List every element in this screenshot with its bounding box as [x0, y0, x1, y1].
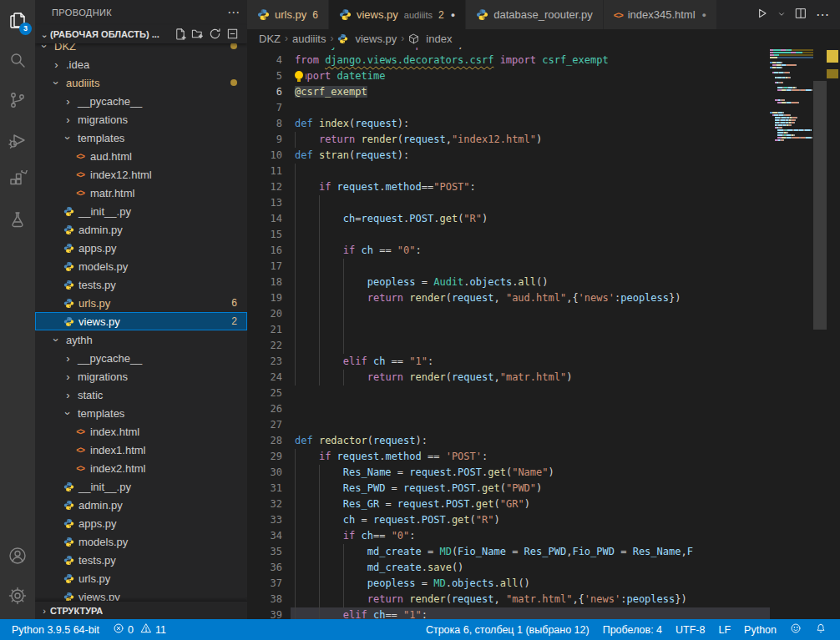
token: (	[446, 292, 452, 304]
tree-item-__pycache__[interactable]: ›__pycache__	[35, 349, 247, 367]
code-line-37: peopless = MD.objects.all()	[247, 576, 770, 592]
token	[295, 498, 343, 510]
status-encoding[interactable]: UTF-8	[669, 624, 711, 636]
tree-item-__pycache__[interactable]: ›__pycache__	[35, 92, 247, 110]
status-python-interpreter[interactable]: Python 3.9.5 64-bit	[5, 624, 106, 636]
token: ==	[385, 609, 403, 619]
token: (	[446, 371, 452, 383]
tree-item-index.html[interactable]: <>index.html	[35, 422, 247, 441]
activity-bar-item-extensions[interactable]	[0, 160, 35, 200]
activity-bar-item-account[interactable]	[0, 536, 35, 576]
tree-item-aythh[interactable]: ›aythh	[35, 330, 247, 349]
python-file-icon	[62, 481, 75, 492]
code-line-23: elif ch == "1":	[247, 354, 770, 370]
minimap-line	[770, 107, 813, 108]
tree-item-aud.html[interactable]: <>aud.html	[35, 147, 247, 165]
tree-item-index1.html[interactable]: <>index1.html	[35, 441, 247, 459]
token: "1"	[403, 609, 422, 619]
breadcrumb-item-audiiits[interactable]: audiiits	[292, 33, 326, 45]
tree-item-label: templates	[78, 132, 124, 144]
token: from	[295, 54, 325, 66]
run-icon[interactable]	[756, 7, 769, 23]
refresh-icon[interactable]	[209, 28, 221, 42]
tree-item-tests.py[interactable]: tests.py	[35, 551, 247, 569]
code-line-7	[247, 100, 770, 116]
collapse-all-icon[interactable]	[226, 28, 239, 42]
tree-item-views.py[interactable]: views.py2	[35, 312, 247, 330]
chevron-down-icon[interactable]	[777, 8, 786, 21]
status-indentation[interactable]: Пробелов: 4	[596, 624, 669, 636]
token: (	[493, 498, 499, 510]
activity-bar-item-explorer[interactable]: 3	[0, 0, 35, 40]
token: ,	[493, 593, 505, 605]
dirty-indicator-icon[interactable]: ●	[451, 11, 455, 19]
token	[295, 451, 319, 462]
code-text: Res_PWD = request.POST.get("PWD")	[295, 481, 542, 496]
status-eol[interactable]: LF	[711, 624, 737, 636]
activity-bar-item-settings-gear[interactable]	[0, 576, 35, 616]
tree-item-index12.html[interactable]: <>index12.html	[35, 165, 247, 184]
activity-bar-item-run-debug[interactable]	[0, 120, 35, 160]
tree-item-__init__.py[interactable]: __init__.py	[35, 202, 247, 220]
minimap-line	[770, 67, 813, 68]
scrollbar-thumb[interactable]	[813, 81, 827, 330]
more-actions-icon[interactable]: ⋯	[816, 7, 830, 23]
tab-database_roouter.py[interactable]: database_roouter.py	[466, 0, 604, 29]
tree-item-index2.html[interactable]: <>index2.html	[35, 459, 247, 477]
tree-item-models.py[interactable]: models.py	[35, 532, 247, 551]
activity-bar-item-search[interactable]	[0, 40, 35, 80]
tree-item-.idea[interactable]: ›.idea	[35, 55, 247, 73]
tree-item-migrations[interactable]: ›migrations	[35, 110, 247, 129]
tree-item-static[interactable]: ›static	[35, 386, 247, 404]
code-line-39: elif ch== "1":	[247, 607, 770, 619]
token	[295, 577, 367, 589]
tree-item-templates[interactable]: ›templates	[35, 404, 247, 422]
token: ch	[343, 213, 355, 224]
code-line-34: if ch== "0":	[247, 528, 770, 544]
token: return	[367, 292, 410, 304]
tree-item-admin.py[interactable]: admin.py	[35, 220, 247, 239]
workspace-section-header[interactable]: ⌄ (РАБОЧАЯ ОБЛАСТЬ) ...	[35, 25, 247, 43]
tree-item-models.py[interactable]: models.py	[35, 257, 247, 275]
tree-item-audiiits[interactable]: ›audiiits	[35, 73, 247, 92]
breadcrumb-item-index[interactable]: index	[408, 33, 452, 45]
tree-item-urls.py[interactable]: urls.py	[35, 569, 247, 587]
activity-bar-item-testing[interactable]	[0, 200, 35, 240]
status-cursor-position[interactable]: Строка 6, столбец 1 (выбрано 12)	[419, 624, 596, 636]
breadcrumb-item-DKZ[interactable]: DKZ	[259, 33, 281, 45]
token: Fio_PWD	[572, 546, 615, 557]
tree-item-tests.py[interactable]: tests.py	[35, 275, 247, 294]
code-editor[interactable]: 3from aythh.models import MD,Audit4from …	[247, 48, 840, 619]
tree-item-templates[interactable]: ›templates	[35, 129, 247, 147]
lightbulb-icon[interactable]	[293, 69, 306, 83]
outline-label: СТРУКТУРА	[50, 606, 103, 616]
new-folder-icon[interactable]	[191, 28, 204, 42]
status-notifications-bell-icon[interactable]	[808, 622, 833, 637]
tree-item-__init__.py[interactable]: __init__.py	[35, 477, 247, 496]
tab-views.py[interactable]: views.pyaudiiits2●	[329, 0, 466, 29]
status-feedback-icon[interactable]	[783, 622, 808, 637]
status-problems[interactable]: 011	[106, 622, 173, 637]
minimap[interactable]	[770, 48, 813, 619]
new-file-icon[interactable]	[174, 28, 186, 42]
tab-index345.html[interactable]: <>index345.html●	[604, 0, 717, 29]
token: )	[549, 466, 554, 478]
tree-item-urls.py[interactable]: urls.py6	[35, 294, 247, 312]
activity-bar-item-source-control[interactable]	[0, 80, 35, 120]
tree-item-apps.py[interactable]: apps.py	[35, 514, 247, 532]
tree-item-label: matr.html	[90, 187, 134, 199]
dirty-indicator-icon[interactable]: ●	[702, 11, 706, 19]
token: :	[470, 181, 476, 193]
tree-item-admin.py[interactable]: admin.py	[35, 496, 247, 514]
tab-urls.py[interactable]: urls.py6	[247, 0, 329, 29]
split-editor-icon[interactable]	[794, 7, 807, 23]
tree-item-apps.py[interactable]: apps.py	[35, 239, 247, 257]
tree-item-migrations[interactable]: ›migrations	[35, 367, 247, 386]
code-text: return render(request,"matr.html")	[295, 370, 572, 386]
html-file-icon: <>	[73, 427, 87, 436]
breadcrumb-item-views.py[interactable]: views.py	[337, 33, 397, 45]
python-file-icon	[62, 555, 75, 566]
status-language-mode[interactable]: Python	[737, 624, 783, 636]
outline-section-header[interactable]: › СТРУКТУРА	[35, 601, 247, 619]
tree-item-matr.html[interactable]: <>matr.html	[35, 184, 247, 202]
